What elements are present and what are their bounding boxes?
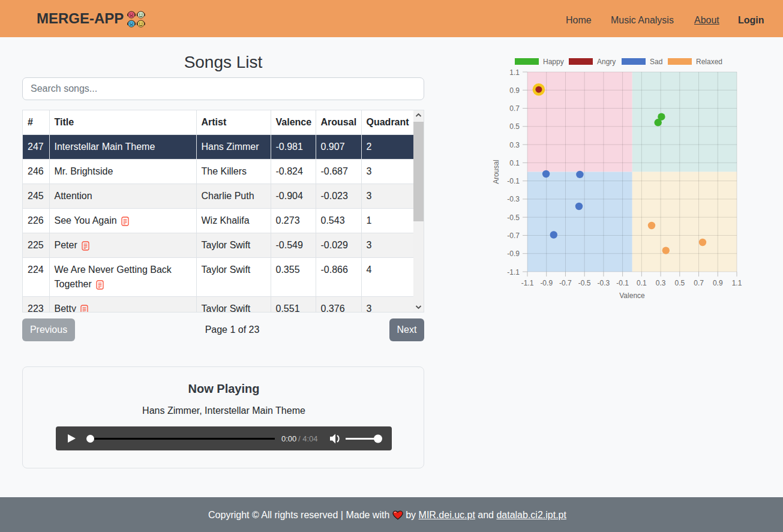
svg-text:Valence: Valence bbox=[619, 291, 645, 300]
svg-text:-0.7: -0.7 bbox=[559, 279, 572, 287]
svg-text:-0.9: -0.9 bbox=[507, 250, 520, 258]
svg-text:-0.1: -0.1 bbox=[507, 177, 520, 185]
svg-text:/ 4:04: / 4:04 bbox=[298, 434, 318, 443]
svg-text:Angry: Angry bbox=[597, 58, 616, 66]
svg-text:0.7: 0.7 bbox=[509, 104, 520, 113]
svg-text:0:00: 0:00 bbox=[281, 434, 296, 443]
svg-text:-0.5: -0.5 bbox=[578, 279, 591, 287]
svg-text:-0.7: -0.7 bbox=[507, 232, 520, 240]
svg-text:0.3: 0.3 bbox=[509, 141, 520, 149]
svg-text:-0.9: -0.9 bbox=[540, 279, 553, 287]
svg-text:-0.1: -0.1 bbox=[616, 279, 629, 287]
svg-text:Relaxed: Relaxed bbox=[696, 58, 722, 66]
svg-text:0.5: 0.5 bbox=[509, 122, 520, 131]
svg-text:0.9: 0.9 bbox=[713, 279, 723, 287]
svg-text:-1.1: -1.1 bbox=[521, 279, 534, 287]
svg-text:-0.5: -0.5 bbox=[507, 214, 520, 222]
svg-text:1.1: 1.1 bbox=[732, 279, 742, 287]
svg-text:0.1: 0.1 bbox=[509, 159, 520, 167]
svg-text:0.1: 0.1 bbox=[637, 279, 647, 287]
svg-text:0.5: 0.5 bbox=[674, 279, 685, 287]
svg-text:1.1: 1.1 bbox=[509, 68, 520, 77]
svg-text:0.9: 0.9 bbox=[509, 86, 520, 95]
svg-text:0.7: 0.7 bbox=[694, 279, 704, 287]
svg-text:0.3: 0.3 bbox=[656, 279, 666, 287]
svg-text:Happy: Happy bbox=[543, 58, 564, 66]
svg-text:-1.1: -1.1 bbox=[507, 268, 520, 276]
svg-text:Sad: Sad bbox=[650, 58, 662, 66]
svg-text:Arousal: Arousal bbox=[492, 160, 500, 184]
svg-text:-0.3: -0.3 bbox=[507, 195, 520, 203]
svg-text:-0.3: -0.3 bbox=[598, 279, 610, 287]
